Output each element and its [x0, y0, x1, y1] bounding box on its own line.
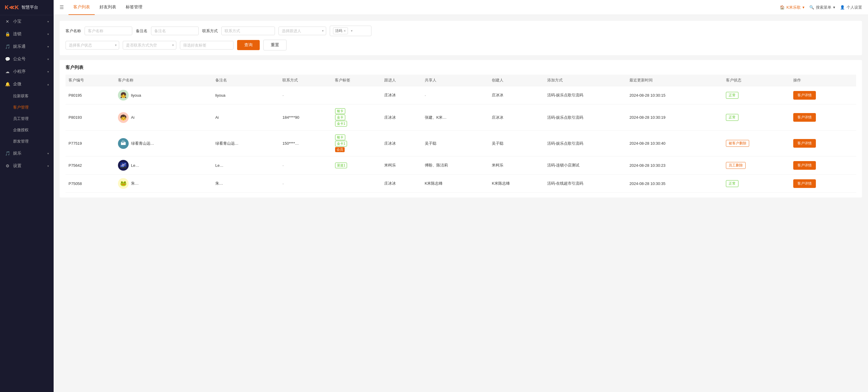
cell-update-time: 2024-08-28 10:30:35 — [626, 174, 723, 193]
col-add-method: 添加方式 — [544, 75, 626, 86]
personal-label: 个人设置 — [846, 5, 862, 10]
cell-follow: 米柯乐 — [381, 156, 422, 174]
search-icon: 🔍 — [809, 5, 814, 9]
cell-add-method: 活码-娱乐点歌引流码 — [544, 131, 626, 156]
xiaochengxu-icon: ☁ — [5, 69, 10, 74]
sidebar-item-label: 娱乐通 — [13, 44, 26, 49]
cell-add-method: 活码-在线超市引流码 — [544, 174, 626, 193]
cell-contact: 184****90 — [279, 105, 332, 131]
col-tags: 客户标签 — [332, 75, 381, 86]
detail-button[interactable]: 客户详情 — [793, 179, 816, 188]
cell-update-time: 2024-08-28 10:30:19 — [626, 105, 723, 131]
detail-button[interactable]: 客户详情 — [793, 113, 816, 122]
menu-icon[interactable]: ☰ — [60, 4, 64, 10]
table-title: 客户列表 — [65, 65, 856, 71]
cell-action: 客户详情 — [790, 131, 856, 156]
sidebar-item-label: 公众号 — [13, 56, 26, 62]
sidebar-sub-label: 员工管理 — [13, 116, 29, 121]
sidebar-item-shezhi[interactable]: ⚙ 设置 ▾ — [0, 160, 54, 172]
cell-contact: - — [279, 86, 332, 105]
cell-share: 张建、K米… — [422, 105, 489, 131]
avatar: 🧒 — [118, 112, 129, 123]
cell-creator: 吴子聪 — [489, 131, 544, 156]
qiwei-icon: 🔔 — [5, 81, 10, 87]
cell-follow: 庄冰冰 — [381, 105, 422, 131]
chevron-up-icon: ▴ — [48, 83, 49, 86]
sidebar-item-yuletong[interactable]: 🎵 娱乐通 ▾ — [0, 40, 54, 53]
contact-empty-wrapper[interactable]: 是否联系方式为空 — [123, 41, 176, 50]
sidebar-item-kehuguanli[interactable]: 客户管理 — [0, 102, 54, 113]
tag-badge: 金卡1 — [335, 121, 347, 127]
cell-name: 🏔绿看青山远… — [115, 131, 212, 156]
sidebar-item-qunfaguanli[interactable]: 群发管理 — [0, 136, 54, 147]
contact-label: 联系方式 — [202, 28, 218, 34]
sidebar-item-yuangongguanli[interactable]: 员工管理 — [0, 113, 54, 124]
customer-name-label: 客户名称 — [65, 28, 81, 34]
active-code-select[interactable]: 活码 ✕ — [330, 26, 371, 36]
contact-input[interactable] — [221, 27, 275, 35]
detail-button[interactable]: 客户详情 — [793, 139, 816, 148]
friend-tag-input[interactable] — [180, 41, 234, 50]
sidebar-item-xiaochengxu[interactable]: ☁ 小程序 ▾ — [0, 65, 54, 78]
follow-person-select[interactable]: 选择跟进人 — [279, 27, 326, 35]
chevron-icon: ▾ — [48, 70, 49, 74]
chevron-icon: ▾ — [48, 20, 49, 23]
cell-id: P77519 — [65, 131, 115, 156]
cell-creator: 庄冰冰 — [489, 86, 544, 105]
customer-name-text: liyoua — [131, 93, 141, 97]
detail-button[interactable]: 客户详情 — [793, 91, 816, 100]
note-name-input[interactable] — [151, 27, 199, 35]
xiaobao-icon: ✕ — [5, 19, 10, 24]
cell-status: 员工删除 — [723, 156, 790, 174]
header-personal[interactable]: 👤 个人设置 — [840, 5, 862, 10]
reset-button[interactable]: 重置 — [263, 40, 286, 50]
sidebar-item-label: 企微 — [13, 81, 22, 87]
tab-kehu-liebiao[interactable]: 客户列表 — [68, 0, 95, 15]
chevron-icon: ▾ — [48, 58, 49, 61]
sidebar-item-qiweishouquan[interactable]: 企微授权 — [0, 124, 54, 136]
table-row: P75058🐸朱…朱…-庄冰冰K米陈志锋K米陈志锋活码-在线超市引流码2024-… — [65, 174, 856, 193]
follow-person-select-wrapper[interactable]: 选择跟进人 — [279, 27, 326, 35]
sidebar-item-qiwei[interactable]: 🔔 企微 ▴ — [0, 78, 54, 90]
cell-tags — [332, 86, 381, 105]
tag-badge: 渠道1 — [335, 163, 347, 168]
col-status: 客户状态 — [723, 75, 790, 86]
cell-status: 正常 — [723, 86, 790, 105]
detail-button[interactable]: 客户详情 — [793, 161, 816, 170]
cell-status: 正常 — [723, 105, 790, 131]
cell-share: - — [422, 86, 489, 105]
header-user[interactable]: 🏠 K米乐歌 ▾ — [780, 5, 805, 10]
content-area: 客户名称 备注名 联系方式 选择跟进人 活码 ✕ — [54, 15, 868, 392]
col-creator: 创建人 — [489, 75, 544, 86]
status-badge: 正常 — [726, 180, 738, 187]
sidebar-item-yule[interactable]: 🎵 娱乐 ▾ — [0, 147, 54, 160]
table-row: P80193🧒AiAi184****90银卡金卡金卡1庄冰冰张建、K米…庄冰冰活… — [65, 105, 856, 131]
customer-status-select[interactable]: 选择客户状态 — [65, 41, 119, 50]
customer-name-input[interactable] — [85, 27, 132, 35]
cell-id: P75642 — [65, 156, 115, 174]
sidebar-item-gongzhonghao[interactable]: 💬 公众号 ▾ — [0, 53, 54, 65]
sidebar-item-laxin[interactable]: 拉新获客 — [0, 90, 54, 102]
customer-status-wrapper[interactable]: 选择客户状态 — [65, 41, 119, 50]
sidebar-item-liansuo[interactable]: 🔒 连锁 ▾ — [0, 28, 54, 40]
header-right: 🏠 K米乐歌 ▾ 🔍 搜索菜单 ▾ 👤 个人设置 — [780, 5, 862, 10]
tab-haoyou-liebiao[interactable]: 好友列表 — [95, 0, 121, 15]
avatar: 🐸 — [118, 178, 129, 189]
sidebar-sub-label: 客户管理 — [13, 105, 29, 110]
cell-tags — [332, 174, 381, 193]
active-code-close[interactable]: ✕ — [343, 29, 346, 32]
query-button[interactable]: 查询 — [237, 40, 260, 50]
cell-note: Le… — [212, 156, 280, 174]
cell-action: 客户详情 — [790, 174, 856, 193]
sidebar-sub-label: 拉新获客 — [13, 94, 29, 98]
sidebar-item-label: 设置 — [13, 163, 22, 169]
col-update-time: 最近更新时间 — [626, 75, 723, 86]
header-search[interactable]: 🔍 搜索菜单 ▾ — [809, 5, 835, 10]
filter-bar: 客户名称 备注名 联系方式 选择跟进人 活码 ✕ — [60, 21, 862, 55]
cell-name: 👧liyoua — [115, 86, 212, 105]
status-badge: 正常 — [726, 114, 738, 121]
sidebar-item-xiaobao[interactable]: ✕ 小宝 ▾ — [0, 15, 54, 28]
tab-biaoqian-guanli[interactable]: 标签管理 — [121, 0, 147, 15]
tag-badge: 银卡 — [335, 108, 345, 114]
contact-empty-select[interactable]: 是否联系方式为空 — [123, 41, 176, 50]
